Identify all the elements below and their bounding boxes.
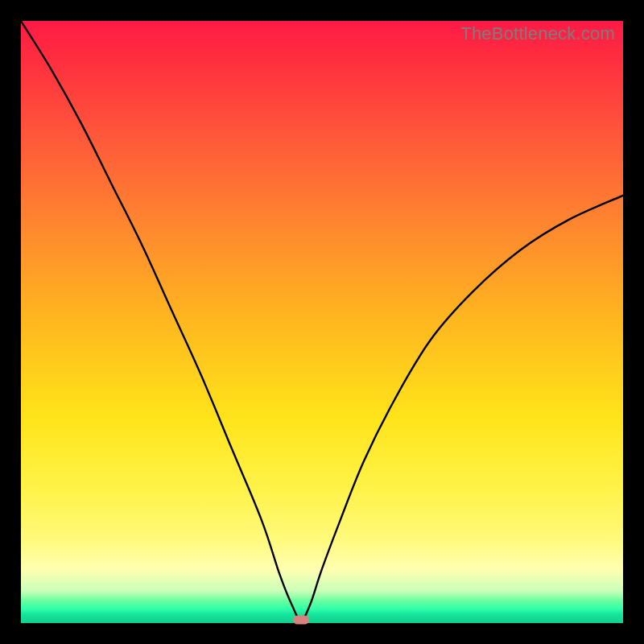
chart-frame: TheBottleneck.com bbox=[0, 0, 644, 644]
plot-area: TheBottleneck.com bbox=[21, 21, 623, 623]
bottleneck-curve bbox=[21, 21, 623, 623]
optimal-marker bbox=[293, 616, 309, 625]
watermark-text: TheBottleneck.com bbox=[460, 23, 615, 44]
